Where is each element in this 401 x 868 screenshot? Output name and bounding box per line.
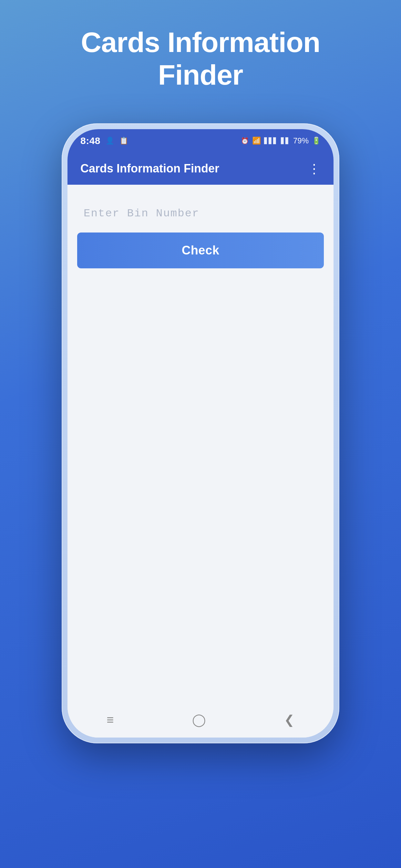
alarm-icon: ⏰ <box>241 137 249 145</box>
recent-apps-icon[interactable]: ≡ <box>106 713 114 727</box>
bottom-nav: ≡ ◯ ❮ <box>67 705 334 738</box>
bin-number-input[interactable] <box>77 197 324 229</box>
battery-icon: 🔋 <box>312 136 320 145</box>
status-bar: 8:48 👤 📋 ⏰ 📶 ▋▋▋ ▋▋ 79% 🔋 <box>67 129 334 152</box>
battery-level: 79% <box>293 136 309 145</box>
notification-icon: 📋 <box>120 136 128 145</box>
more-vert-icon[interactable]: ⋮ <box>308 162 320 175</box>
page-main-title: Cards Information Finder <box>55 26 346 91</box>
status-time: 8:48 <box>81 135 100 146</box>
title-line1: Cards Information <box>81 26 320 58</box>
back-icon[interactable]: ❮ <box>284 713 295 727</box>
app-bar: Cards Information Finder ⋮ <box>67 152 334 185</box>
signal-lte1-icon: ▋▋▋ <box>264 137 278 144</box>
signal-lte2-icon: ▋▋ <box>281 137 290 144</box>
phone-screen: 8:48 👤 📋 ⏰ 📶 ▋▋▋ ▋▋ 79% 🔋 Cards Informat… <box>67 129 334 738</box>
status-left: 8:48 👤 📋 <box>81 135 128 146</box>
phone-mockup: 8:48 👤 📋 ⏰ 📶 ▋▋▋ ▋▋ 79% 🔋 Cards Informat… <box>62 123 339 743</box>
home-icon[interactable]: ◯ <box>192 713 206 727</box>
status-right: ⏰ 📶 ▋▋▋ ▋▋ 79% 🔋 <box>241 136 320 145</box>
content-area: Check <box>67 185 334 705</box>
app-bar-title: Cards Information Finder <box>81 162 219 175</box>
wifi-icon: 📶 <box>252 136 261 145</box>
title-line2: Finder <box>158 59 243 91</box>
check-button[interactable]: Check <box>77 232 324 268</box>
person-icon: 👤 <box>105 136 114 145</box>
